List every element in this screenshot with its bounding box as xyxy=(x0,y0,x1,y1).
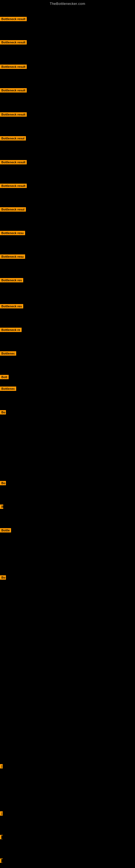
bottleneck-label: Bottleneck res xyxy=(0,278,23,282)
bottleneck-label: Bottle xyxy=(0,528,11,532)
bottleneck-label: Bottleneck res xyxy=(0,304,23,308)
bottleneck-label: Bottleneck result xyxy=(0,184,27,188)
bottleneck-label: Bottleneck resul xyxy=(0,207,26,212)
bottleneck-label: Bo xyxy=(0,575,6,580)
bottleneck-label: B xyxy=(0,504,3,509)
bottleneck-label: Bo xyxy=(0,481,6,485)
bottleneck-label: Bottleneck result xyxy=(0,88,27,93)
bottleneck-label: █ xyxy=(0,835,3,839)
bottleneck-label: Bottleneck resu xyxy=(0,254,25,259)
bottleneck-label: Bottleneck resul xyxy=(0,136,26,141)
bottleneck-label: | xyxy=(0,764,3,769)
bottleneck-label: Bottlenec xyxy=(0,386,16,391)
bottleneck-label: █ xyxy=(0,859,3,863)
bottleneck-label: Bo xyxy=(0,410,6,414)
bottleneck-label: Bottleneck result xyxy=(0,112,27,117)
bottleneck-label: Bottleneck re xyxy=(0,328,21,332)
bottleneck-label: Bottleneck result xyxy=(0,17,27,21)
bottleneck-label: Bottleneck result xyxy=(0,65,27,69)
bottleneck-label: Bottleneck result xyxy=(0,40,27,44)
site-title: TheBottlenecker.com xyxy=(0,0,135,7)
bottleneck-label: | xyxy=(0,811,3,816)
bottleneck-label: Bottleneck result xyxy=(0,160,27,164)
bottleneck-label: Bottleneck resu xyxy=(0,231,25,235)
bottleneck-label: Bott xyxy=(0,375,9,379)
bottleneck-label: Bottlenec xyxy=(0,351,16,355)
